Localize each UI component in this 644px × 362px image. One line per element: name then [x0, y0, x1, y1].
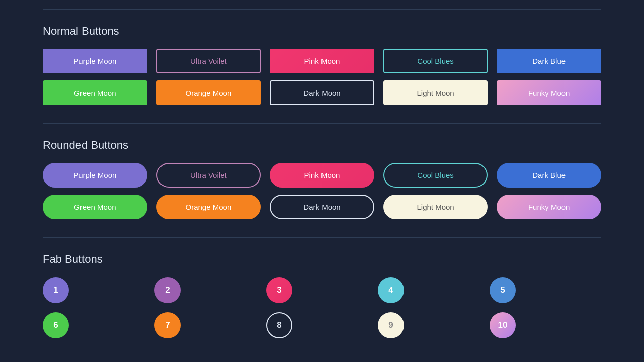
fab-cell-1: 1 — [43, 277, 154, 303]
fab-btn-7[interactable]: 7 — [154, 312, 181, 338]
rounded-btn-5[interactable]: Dark Blue — [497, 163, 601, 188]
rounded-btn-7[interactable]: Orange Moon — [156, 195, 261, 219]
rounded-btn-4[interactable]: Cool Blues — [383, 163, 488, 188]
rounded-btn-3[interactable]: Pink Moon — [270, 163, 374, 188]
normal-btn-10[interactable]: Funky Moon — [497, 80, 601, 105]
rounded-btn-2[interactable]: Ultra Voilet — [156, 163, 261, 188]
fab-cell-2: 2 — [154, 277, 266, 303]
fab-btn-1[interactable]: 1 — [43, 277, 69, 303]
rounded-btn-10[interactable]: Funky Moon — [497, 195, 601, 219]
rounded-btn-1[interactable]: Purple Moon — [43, 163, 147, 188]
normal-btn-2[interactable]: Ultra Voilet — [156, 49, 261, 73]
rounded-btn-8[interactable]: Dark Moon — [270, 195, 374, 219]
rounded-btn-9[interactable]: Light Moon — [383, 195, 488, 219]
fab-buttons-grid: 12345678910 — [43, 277, 601, 338]
fab-cell-10: 10 — [490, 312, 601, 338]
rounded-buttons-title: Rounded Buttons — [43, 139, 601, 152]
fab-cell-3: 3 — [266, 277, 378, 303]
fab-cell-6: 6 — [43, 312, 154, 338]
fab-btn-6[interactable]: 6 — [43, 312, 69, 338]
normal-buttons-title: Normal Buttons — [43, 25, 601, 38]
normal-btn-4[interactable]: Cool Blues — [383, 49, 488, 73]
fab-btn-10[interactable]: 10 — [490, 312, 516, 338]
fab-btn-9[interactable]: 9 — [378, 312, 404, 338]
normal-buttons-grid: Purple MoonUltra VoiletPink MoonCool Blu… — [43, 49, 601, 105]
fab-cell-8: 8 — [266, 312, 378, 338]
normal-btn-3[interactable]: Pink Moon — [270, 49, 374, 73]
normal-buttons-section: Normal Buttons Purple MoonUltra VoiletPi… — [0, 10, 644, 118]
fab-cell-4: 4 — [378, 277, 490, 303]
fab-btn-3[interactable]: 3 — [266, 277, 292, 303]
rounded-buttons-section: Rounded Buttons Purple MoonUltra VoiletP… — [0, 124, 644, 232]
fab-cell-9: 9 — [378, 312, 490, 338]
fab-btn-8[interactable]: 8 — [266, 312, 292, 338]
rounded-buttons-grid: Purple MoonUltra VoiletPink MoonCool Blu… — [43, 163, 601, 219]
normal-btn-8[interactable]: Dark Moon — [270, 80, 374, 105]
fab-btn-4[interactable]: 4 — [378, 277, 404, 303]
fab-buttons-section: Fab Buttons 12345678910 — [0, 238, 644, 348]
fab-cell-7: 7 — [154, 312, 266, 338]
normal-btn-1[interactable]: Purple Moon — [43, 49, 147, 73]
fab-buttons-title: Fab Buttons — [43, 253, 601, 266]
fab-btn-5[interactable]: 5 — [490, 277, 516, 303]
rounded-btn-6[interactable]: Green Moon — [43, 195, 147, 219]
normal-btn-7[interactable]: Orange Moon — [156, 80, 261, 105]
normal-btn-6[interactable]: Green Moon — [43, 80, 147, 105]
fab-btn-2[interactable]: 2 — [154, 277, 181, 303]
fab-cell-5: 5 — [490, 277, 601, 303]
normal-btn-9[interactable]: Light Moon — [383, 80, 488, 105]
normal-btn-5[interactable]: Dark Blue — [497, 49, 601, 73]
